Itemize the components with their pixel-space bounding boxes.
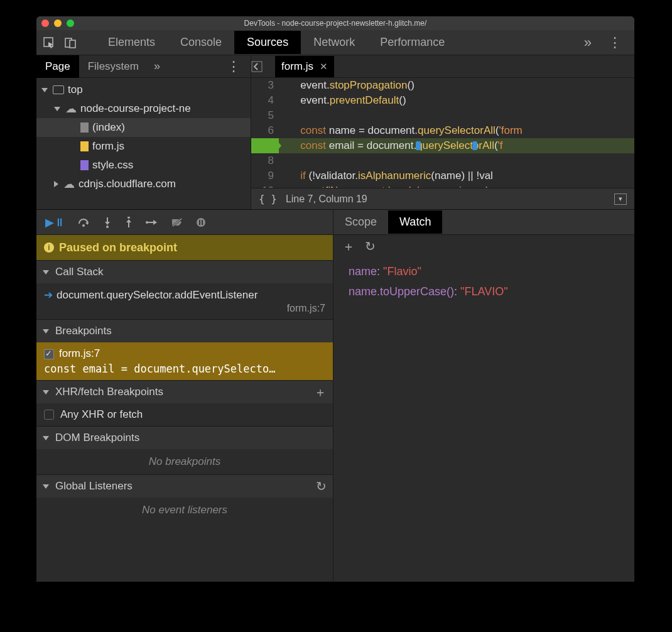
breakpoint-code: const email = document.querySelecto…: [44, 362, 325, 375]
step-icon[interactable]: [146, 218, 158, 227]
paused-banner: iPaused on breakpoint: [36, 235, 333, 260]
breakpoint-item[interactable]: form.js:7 const email = document.querySe…: [36, 342, 333, 380]
checkbox[interactable]: [44, 410, 54, 420]
navtab-filesystem[interactable]: Filesystem: [79, 55, 148, 78]
css-file-icon: [80, 160, 89, 170]
svg-point-13: [197, 218, 205, 227]
more-nav-icon[interactable]: »: [154, 60, 160, 73]
devtools-window: DevTools - node-course-project-newslette…: [36, 16, 634, 582]
add-watch-icon[interactable]: ＋: [342, 238, 355, 255]
watch-pane: ScopeWatch ＋ ↻ name: "Flavio" name.toUpp…: [333, 210, 634, 582]
refresh-watch-icon[interactable]: ↻: [365, 239, 376, 254]
file-icon: [80, 123, 89, 133]
tree-file-formjs[interactable]: form.js: [36, 137, 251, 156]
global-listeners-header[interactable]: Global Listeners↻: [36, 475, 333, 498]
close-tab-icon[interactable]: ✕: [320, 61, 328, 72]
nav-menu-icon[interactable]: ⋮: [220, 58, 247, 75]
breakpoint-checkbox[interactable]: [44, 349, 54, 359]
watch-tabs: ScopeWatch: [333, 210, 634, 235]
settings-menu-icon[interactable]: ⋮: [602, 35, 628, 51]
tab-console[interactable]: Console: [168, 31, 234, 54]
global-empty: No event listeners: [36, 498, 333, 523]
dom-bp-header[interactable]: DOM Breakpoints: [36, 427, 333, 449]
debugger-pane: ▶⏸ iPaused on breakpoint Call Stack ➔doc…: [36, 210, 333, 582]
step-into-icon[interactable]: [103, 217, 112, 228]
watch-expression[interactable]: name: "Flavio": [342, 261, 626, 281]
dom-empty: No breakpoints: [36, 449, 333, 474]
watch-expression[interactable]: name.toUpperCase(): "FLAVIO": [342, 281, 626, 302]
tab-sources[interactable]: Sources: [234, 31, 301, 54]
debug-toolbar: ▶⏸: [36, 210, 333, 235]
navigate-back-icon[interactable]: [251, 61, 275, 72]
svg-rect-2: [70, 40, 75, 48]
tree-file-stylecss[interactable]: style.css: [36, 156, 251, 175]
pretty-print-icon[interactable]: { }: [259, 193, 277, 205]
svg-point-4: [82, 224, 85, 227]
breakpoints-header[interactable]: Breakpoints: [36, 320, 333, 342]
tree-origin-cdn[interactable]: ☁cdnjs.cloudflare.com: [36, 175, 251, 193]
main-toolbar: ElementsConsoleSourcesNetworkPerformance…: [36, 30, 634, 55]
xhr-header[interactable]: XHR/fetch Breakpoints＋: [36, 381, 333, 403]
navtab-page[interactable]: Page: [36, 55, 79, 78]
tab-network[interactable]: Network: [301, 31, 367, 54]
tab-elements[interactable]: Elements: [95, 31, 168, 54]
tab-performance[interactable]: Performance: [367, 31, 457, 54]
svg-point-10: [146, 221, 148, 224]
editor-file-tab[interactable]: form.js✕: [275, 56, 334, 77]
svg-point-6: [106, 226, 109, 228]
titlebar: DevTools - node-course-project-newslette…: [36, 16, 634, 30]
more-tabs-icon[interactable]: »: [574, 35, 602, 51]
editor-tabbar: form.js✕: [251, 55, 634, 78]
tree-file-index[interactable]: (index): [36, 118, 251, 137]
xhr-any-item[interactable]: Any XHR or fetch: [36, 403, 333, 426]
js-file-icon: [80, 141, 89, 151]
tree-origin[interactable]: ☁node-course-project-ne: [36, 99, 251, 118]
resume-icon[interactable]: ▶⏸: [45, 215, 65, 229]
panel-tabs: ElementsConsoleSourcesNetworkPerformance: [95, 31, 574, 54]
pause-exceptions-icon[interactable]: [196, 217, 206, 227]
svg-rect-14: [199, 220, 200, 225]
editor-pane: form.js✕ 345678910 event.stopPropagation…: [251, 55, 634, 209]
frame-location: form.js:7: [44, 303, 325, 314]
window-title: DevTools - node-course-project-newslette…: [36, 19, 634, 28]
folder-icon: [53, 85, 64, 94]
cloud-icon: ☁: [63, 177, 75, 191]
device-icon[interactable]: [64, 36, 77, 49]
info-icon: i: [44, 242, 54, 253]
add-xhr-icon[interactable]: ＋: [314, 384, 327, 401]
editor-statusbar: { } Line 7, Column 19 ▾: [251, 188, 634, 209]
svg-rect-3: [252, 62, 262, 72]
watch-tab-watch[interactable]: Watch: [388, 210, 442, 234]
navigator-tabs: PageFilesystem » ⋮: [36, 55, 251, 78]
step-over-icon[interactable]: [78, 217, 90, 227]
watch-list: name: "Flavio" name.toUpperCase(): "FLAV…: [333, 258, 634, 305]
current-frame-icon: ➔: [44, 289, 53, 301]
navigator-pane: PageFilesystem » ⋮ top ☁node-course-proj…: [36, 55, 251, 209]
stack-frame[interactable]: ➔document.querySelector.addEventListener…: [36, 283, 333, 319]
deactivate-breakpoints-icon[interactable]: [171, 217, 183, 227]
watch-tab-scope[interactable]: Scope: [333, 210, 388, 234]
svg-rect-15: [202, 220, 203, 225]
tree-root[interactable]: top: [36, 80, 251, 99]
toggle-drawer-icon[interactable]: ▾: [614, 193, 627, 205]
svg-point-8: [127, 217, 130, 219]
callstack-header[interactable]: Call Stack: [36, 261, 333, 283]
cursor-position: Line 7, Column 19: [286, 193, 367, 205]
cloud-icon: ☁: [65, 102, 77, 116]
refresh-icon[interactable]: ↻: [316, 479, 327, 494]
step-out-icon[interactable]: [124, 217, 133, 228]
watch-toolbar: ＋ ↻: [333, 235, 634, 258]
code-editor[interactable]: 345678910 event.stopPropagation() event.…: [251, 78, 634, 188]
file-tree: top ☁node-course-project-ne (index) form…: [36, 78, 251, 209]
inspect-icon[interactable]: [43, 36, 55, 49]
